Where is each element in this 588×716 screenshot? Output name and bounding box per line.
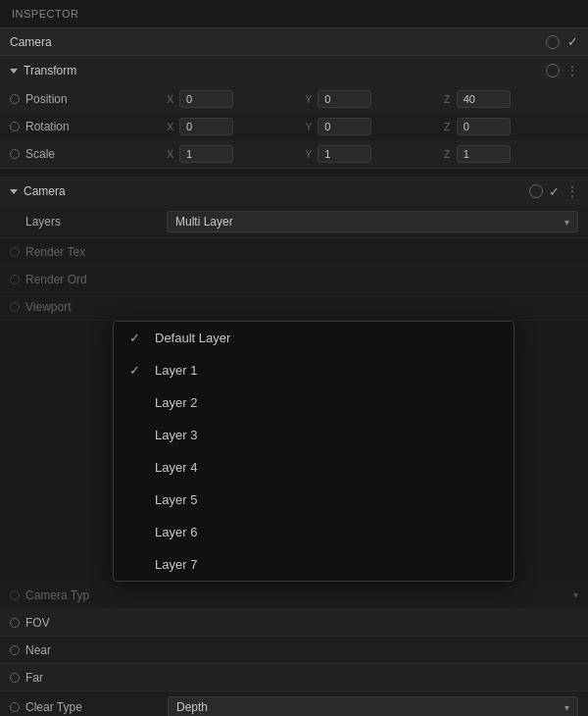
scale-row: Scale X Y Z [0, 140, 588, 168]
rotation-y-group: Y [305, 118, 439, 135]
render-texture-row: Render Tex [0, 238, 588, 266]
dropdown-item-layer3[interactable]: Layer 3 [114, 419, 514, 451]
rotation-label-area: Rotation [10, 120, 167, 133]
scale-y-input[interactable] [318, 145, 371, 163]
rotation-x-group: X [167, 118, 301, 135]
camera-collapse-icon[interactable] [10, 189, 18, 194]
position-y-input[interactable] [318, 90, 371, 108]
rotation-x-label: X [167, 121, 176, 132]
rotation-z-label: Z [444, 121, 454, 132]
camera-selector-icons: ✓ [546, 34, 578, 49]
transform-title: Transform [24, 64, 76, 77]
render-texture-dot[interactable] [10, 247, 20, 257]
dropdown-item-layer7-label: Layer 7 [155, 557, 197, 572]
rotation-x-input[interactable] [179, 118, 233, 135]
camera-check-icon[interactable]: ✓ [567, 34, 578, 49]
layers-dropdown-menu[interactable]: ✓ Default Layer ✓ Layer 1 Layer 2 Layer … [113, 321, 514, 582]
dropdown-item-layer7[interactable]: Layer 7 [114, 548, 514, 581]
fov-dot[interactable] [10, 618, 20, 628]
camera-type-dot[interactable] [10, 590, 20, 600]
viewport-dot[interactable] [10, 302, 20, 312]
position-x-group: X [167, 90, 301, 108]
scale-enable-dot[interactable] [10, 149, 20, 159]
layers-dropdown-value: Multi Layer [175, 215, 233, 229]
camera-type-label: Camera Typ [25, 588, 89, 602]
layers-dropdown-arrow-icon: ▾ [564, 217, 569, 228]
scale-z-label: Z [444, 148, 454, 160]
dropdown-item-layer5[interactable]: Layer 5 [114, 484, 514, 516]
scale-y-label: Y [305, 148, 315, 160]
scale-z-input[interactable] [457, 145, 511, 163]
rotation-z-input[interactable] [457, 118, 511, 135]
camera-selector-name: Camera [10, 35, 52, 49]
viewport-label: Viewport [25, 300, 71, 314]
transform-header-right: ⋮ [546, 63, 578, 78]
render-order-row: Render Ord [0, 266, 588, 293]
check-default-layer-icon: ✓ [129, 331, 145, 345]
rotation-enable-dot[interactable] [10, 122, 20, 131]
rotation-label: Rotation [25, 120, 70, 133]
near-label: Near [25, 643, 51, 657]
position-row: Position X Y Z [0, 85, 588, 113]
camera-section-check-icon[interactable]: ✓ [549, 184, 560, 199]
dropdown-item-layer5-label: Layer 5 [155, 492, 197, 507]
scale-y-group: Y [305, 145, 439, 163]
camera-header-left: Camera [10, 184, 66, 198]
render-order-label: Render Ord [25, 273, 87, 286]
position-label: Position [25, 92, 68, 106]
inspector-title: INSPECTOR [12, 8, 78, 20]
inspector-header: INSPECTOR [0, 0, 588, 28]
transform-section: Transform ⋮ Position X Y Z [0, 56, 588, 169]
clear-type-dot[interactable] [10, 702, 20, 712]
transform-menu-icon[interactable]: ⋮ [565, 63, 578, 78]
fov-row: FOV [0, 609, 588, 637]
near-row: Near [0, 637, 588, 664]
transform-section-header[interactable]: Transform ⋮ [0, 56, 588, 85]
camera-section: Camera ✓ ⋮ Layers Multi Layer ▾ Render T… [0, 177, 588, 716]
camera-section-header[interactable]: Camera ✓ ⋮ [0, 177, 588, 206]
transform-collapse-icon[interactable] [10, 69, 18, 74]
position-label-area: Position [10, 92, 167, 106]
clear-type-label: Clear Type [25, 700, 168, 714]
transform-enable-icon[interactable] [546, 64, 560, 77]
position-enable-dot[interactable] [10, 94, 20, 104]
far-dot[interactable] [10, 673, 20, 683]
rotation-y-input[interactable] [318, 118, 371, 135]
scale-label-area: Scale [10, 147, 167, 161]
layers-dropdown[interactable]: Multi Layer ▾ [167, 211, 578, 232]
dropdown-item-default-layer[interactable]: ✓ Default Layer [114, 322, 514, 354]
position-z-group: Z [444, 90, 578, 108]
dropdown-item-layer3-label: Layer 3 [155, 428, 197, 442]
render-texture-label: Render Tex [25, 245, 85, 259]
dropdown-item-layer1[interactable]: ✓ Layer 1 [114, 354, 514, 386]
dropdown-item-layer6-label: Layer 6 [155, 525, 197, 539]
clear-type-dropdown[interactable]: Depth ▾ [168, 696, 578, 716]
rotation-row: Rotation X Y Z [0, 113, 588, 140]
clear-type-value: Depth [176, 700, 208, 714]
camera-enable-icon[interactable] [546, 35, 560, 49]
transform-header-left: Transform [10, 64, 76, 77]
near-dot[interactable] [10, 645, 20, 655]
clear-type-row: Clear Type Depth ▾ [0, 691, 588, 716]
camera-type-dropdown-arrow-icon: ▾ [573, 589, 578, 600]
position-z-input[interactable] [457, 90, 511, 108]
camera-section-enable-icon[interactable] [529, 184, 543, 198]
camera-section-menu-icon[interactable]: ⋮ [565, 183, 578, 199]
render-order-dot[interactable] [10, 275, 20, 284]
position-y-label: Y [305, 93, 315, 105]
camera-header-right: ✓ ⋮ [529, 183, 578, 199]
dropdown-item-layer6[interactable]: Layer 6 [114, 516, 514, 548]
fov-label: FOV [25, 616, 50, 630]
camera-selector[interactable]: Camera ✓ [0, 28, 588, 56]
position-x-label: X [167, 93, 176, 105]
dropdown-item-default-layer-label: Default Layer [155, 331, 230, 345]
viewport-row: Viewport [0, 293, 588, 321]
dropdown-item-layer4[interactable]: Layer 4 [114, 451, 514, 484]
dropdown-item-layer2[interactable]: Layer 2 [114, 386, 514, 419]
check-layer1-icon: ✓ [129, 363, 145, 378]
far-label: Far [25, 671, 43, 685]
dropdown-item-layer1-label: Layer 1 [155, 363, 197, 378]
position-x-input[interactable] [179, 90, 233, 108]
scale-x-input[interactable] [179, 145, 233, 163]
dropdown-item-layer2-label: Layer 2 [155, 395, 197, 410]
